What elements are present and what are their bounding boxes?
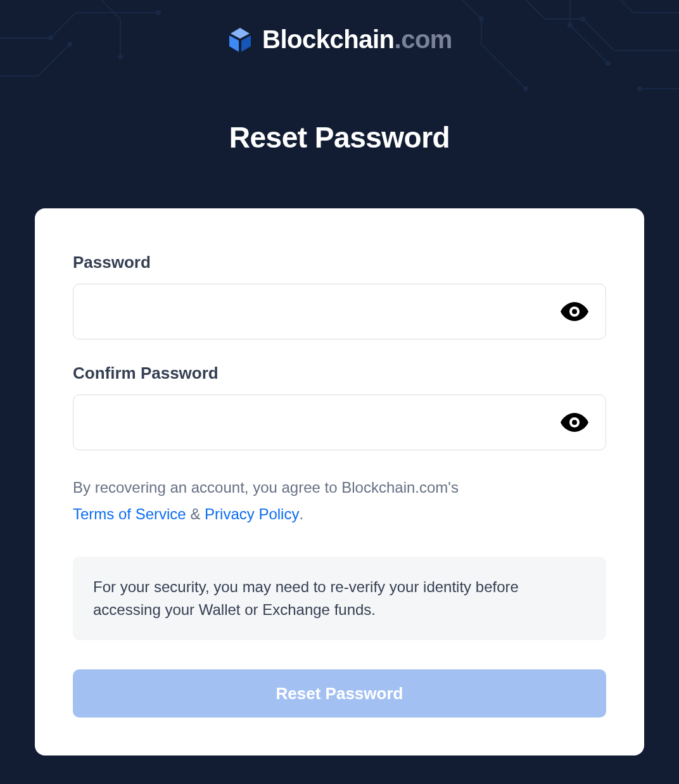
toggle-password-visibility-button[interactable] xyxy=(557,298,592,325)
terms-of-service-link[interactable]: Terms of Service xyxy=(73,505,186,522)
reset-card: Password Confirm Password xyxy=(35,208,644,756)
security-info-box: For your security, you may need to re-ve… xyxy=(73,557,606,640)
brand-logo: Blockchain.com xyxy=(227,25,452,54)
legal-amp: & xyxy=(186,505,205,522)
page-title: Reset Password xyxy=(229,120,450,155)
toggle-confirm-visibility-button[interactable] xyxy=(557,409,592,436)
password-field-group: Password xyxy=(73,253,606,339)
brand-text: Blockchain.com xyxy=(262,25,452,54)
legal-disclaimer: By recovering an account, you agree to B… xyxy=(73,474,606,528)
svg-point-13 xyxy=(572,420,577,425)
eye-icon xyxy=(561,302,588,321)
confirm-password-field-group: Confirm Password xyxy=(73,364,606,450)
eye-icon xyxy=(561,413,588,432)
legal-prefix: By recovering an account, you agree to B… xyxy=(73,479,459,496)
brand-main: Blockchain xyxy=(262,25,394,53)
reset-password-button[interactable]: Reset Password xyxy=(73,669,606,718)
blockchain-logo-icon xyxy=(227,27,253,53)
password-input[interactable] xyxy=(73,284,606,339)
confirm-password-input[interactable] xyxy=(73,395,606,450)
brand-domain: .com xyxy=(395,25,452,53)
svg-point-11 xyxy=(572,309,577,314)
confirm-password-label: Confirm Password xyxy=(73,364,606,383)
password-label: Password xyxy=(73,253,606,272)
legal-suffix: . xyxy=(299,505,303,522)
privacy-policy-link[interactable]: Privacy Policy xyxy=(205,505,299,522)
